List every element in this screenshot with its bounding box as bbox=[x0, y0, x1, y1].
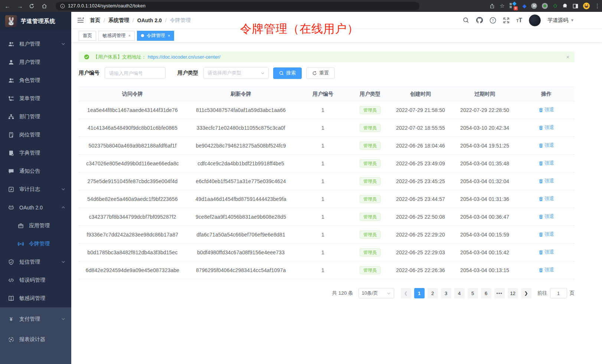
force-logout-button[interactable]: 强退 bbox=[539, 142, 554, 149]
force-logout-button[interactable]: 强退 bbox=[539, 124, 554, 131]
sidebar-item-post[interactable]: 岗位管理 bbox=[0, 126, 71, 144]
force-logout-button[interactable]: 强退 bbox=[539, 231, 554, 238]
close-icon[interactable]: × bbox=[168, 33, 170, 38]
search-button[interactable]: 搜索 bbox=[273, 67, 302, 79]
sidebar-item-oauth[interactable]: OAuth 2.0 bbox=[0, 198, 71, 216]
font-size-icon[interactable]: TT bbox=[516, 17, 522, 24]
sidebar-item-notice[interactable]: 通知公告 bbox=[0, 162, 71, 180]
goto-page-input[interactable] bbox=[550, 288, 567, 298]
side-panel-icon[interactable] bbox=[573, 3, 578, 9]
share-icon[interactable] bbox=[490, 3, 495, 9]
tab-令牌管理[interactable]: 令牌管理× bbox=[137, 31, 174, 41]
back-icon[interactable]: ← bbox=[4, 3, 11, 9]
doc-link[interactable]: https://doc.iocoder.cn/user-center/ bbox=[148, 54, 220, 60]
force-logout-button[interactable]: 强退 bbox=[539, 249, 554, 255]
sidebar-item-dict[interactable]: 字典管理 bbox=[0, 144, 71, 162]
page-button-6[interactable]: 6 bbox=[481, 288, 491, 298]
page-button-4[interactable]: 4 bbox=[454, 288, 465, 298]
sidebar-item-dept[interactable]: 部门管理 bbox=[0, 107, 71, 126]
page-size-select[interactable]: 10条/页 bbox=[359, 288, 394, 298]
breadcrumb-item[interactable]: 系统管理 bbox=[108, 17, 129, 24]
breadcrumb-item[interactable]: OAuth 2.0 bbox=[137, 17, 162, 23]
address-bar[interactable]: 127.0.0.1:1024/system/oauth2/token bbox=[56, 2, 419, 10]
refresh-token-cell: dfa6c71a50a54c66bef706ef9e6e8d81 bbox=[186, 226, 295, 244]
force-logout-button[interactable]: 强退 bbox=[539, 213, 554, 220]
sidebar-item-pay[interactable]: ¥支付管理 bbox=[0, 309, 71, 329]
table-row: f9336e7c7dd242a283ee98dc86b17a87dfa6c71a… bbox=[79, 226, 575, 244]
page-ellipsis[interactable]: ••• bbox=[494, 288, 505, 298]
extension-badge-icon[interactable]: 9 bbox=[510, 2, 518, 10]
home-icon[interactable] bbox=[42, 3, 49, 9]
chevron-down-icon: ▼ bbox=[570, 18, 574, 22]
force-logout-button[interactable]: 强退 bbox=[539, 106, 554, 113]
star-extension-icon[interactable]: ✩ bbox=[553, 3, 557, 9]
created-time-cell: 2022-06-25 23:49:09 bbox=[390, 155, 451, 172]
help-icon[interactable]: ? bbox=[490, 17, 496, 24]
fullscreen-icon[interactable] bbox=[503, 17, 510, 24]
sidebar-item-sensitive[interactable]: 敏感词管理 bbox=[0, 289, 71, 307]
browser-menu-icon[interactable]: ⋮ bbox=[595, 3, 598, 9]
user-id-input[interactable] bbox=[105, 67, 166, 79]
reload-icon[interactable] bbox=[29, 3, 36, 9]
prev-page-button[interactable]: ❮ bbox=[401, 288, 411, 298]
refresh-token-cell: 811c530487574fa0af1a59d3abc1aa66 bbox=[186, 101, 295, 119]
force-logout-button[interactable]: 强退 bbox=[539, 267, 554, 273]
bookmark-star-icon[interactable]: ☆ bbox=[500, 3, 504, 9]
collapse-sidebar-icon[interactable] bbox=[78, 17, 84, 23]
sidebar-item-label: 用户管理 bbox=[19, 59, 40, 66]
sidebar-item-sms[interactable]: 短信管理 bbox=[0, 253, 71, 271]
browser-toolbar: ← → 127.0.0.1:1024/system/oauth2/token ☆… bbox=[0, 0, 602, 12]
next-page-button[interactable]: ❯ bbox=[521, 288, 531, 298]
breadcrumb-item[interactable]: 首页 bbox=[90, 17, 100, 24]
close-icon[interactable]: × bbox=[128, 33, 131, 38]
site-info-icon[interactable] bbox=[60, 4, 65, 9]
column-header: 刷新令牌 bbox=[186, 87, 295, 101]
sidebar-item-menu[interactable]: 菜单管理 bbox=[0, 89, 71, 107]
page-button-5[interactable]: 5 bbox=[468, 288, 478, 298]
table-row: 54d6be82ee5a460a9aedc1f9bf22365649d1aa46… bbox=[79, 190, 575, 208]
refresh-token-cell: cdfc4ce9c2da4bb1bdf21b9918ff4be5 bbox=[186, 155, 295, 172]
yen-icon: ¥ bbox=[8, 316, 14, 322]
search-icon[interactable] bbox=[463, 17, 469, 23]
github-icon[interactable] bbox=[476, 17, 483, 24]
sidebar-item-user[interactable]: 用户管理 bbox=[0, 53, 71, 71]
user-avatar[interactable] bbox=[529, 14, 541, 26]
action-cell: 强退 bbox=[518, 101, 575, 119]
app-title: 芋道管理系统 bbox=[21, 18, 55, 25]
open-book-icon bbox=[8, 295, 14, 301]
sidebar-item-tenant[interactable]: 租户管理 bbox=[0, 35, 71, 53]
page-button-1[interactable]: 1 bbox=[414, 288, 425, 298]
sidebar-item-label: 短信管理 bbox=[19, 259, 40, 265]
extensions-puzzle-icon[interactable] bbox=[562, 3, 568, 9]
app-logo-row[interactable]: 🐰 芋道管理系统 bbox=[0, 12, 71, 30]
page-button-12[interactable]: 12 bbox=[508, 288, 518, 298]
sidebar-item-role[interactable]: 角色管理 bbox=[0, 71, 71, 89]
force-logout-button[interactable]: 强退 bbox=[539, 160, 554, 166]
sidebar-item-report[interactable]: 报表设计器 bbox=[0, 329, 71, 350]
tab-首页[interactable]: 首页 bbox=[79, 31, 96, 41]
profile-avatar-icon[interactable] bbox=[583, 3, 590, 9]
user-id-cell: 1 bbox=[295, 244, 350, 261]
sidebar-item-label: 令牌管理 bbox=[29, 241, 50, 247]
tab-敏感词管理[interactable]: 敏感词管理× bbox=[98, 31, 135, 41]
alert-close-icon[interactable]: × bbox=[566, 54, 569, 60]
gem-extension-icon[interactable]: ◆ bbox=[523, 3, 527, 9]
page-button-3[interactable]: 3 bbox=[441, 288, 451, 298]
user-menu[interactable]: 芋道源码 ▼ bbox=[547, 17, 574, 24]
goto-suffix: 页 bbox=[570, 290, 575, 297]
force-logout-button[interactable]: 强退 bbox=[539, 195, 554, 202]
page-button-2[interactable]: 2 bbox=[428, 288, 438, 298]
sidebar-item-audit[interactable]: 审计日志 bbox=[0, 180, 71, 198]
user-type-select[interactable]: 请选择用户类型 bbox=[203, 67, 269, 79]
user-type-cell: 管理员 bbox=[350, 172, 390, 190]
command-extension-icon[interactable]: ⌘ bbox=[531, 3, 537, 9]
sidebar-item-token[interactable]: 令牌管理 bbox=[0, 235, 71, 253]
force-logout-button[interactable]: 强退 bbox=[539, 178, 554, 184]
sidebar-item-errcode[interactable]: 错误码管理 bbox=[0, 271, 71, 289]
recorder-extension-icon[interactable] bbox=[542, 3, 548, 9]
access-token-cell: c342377bf8b344799dcbf7bf095287f2 bbox=[79, 208, 186, 226]
delete-icon bbox=[539, 161, 543, 166]
sidebar-item-oauth-app[interactable]: 应用管理 bbox=[0, 216, 71, 235]
reset-button[interactable]: 重置 bbox=[306, 67, 335, 79]
forward-icon[interactable]: → bbox=[16, 3, 24, 9]
